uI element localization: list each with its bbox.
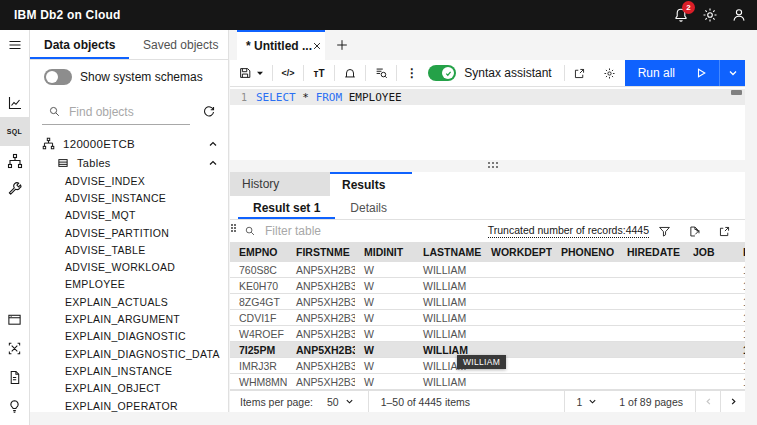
items-per-page-select[interactable]: 50 xyxy=(327,396,354,408)
table-row[interactable]: WHM8MN ANP5XH2B34 W WILLIAM 1 xyxy=(230,374,745,390)
validate-button[interactable] xyxy=(366,60,396,86)
export-button[interactable] xyxy=(679,220,709,242)
open-results-button[interactable] xyxy=(709,220,739,242)
panel-splitter[interactable] xyxy=(230,160,757,172)
idea-nav-button[interactable] xyxy=(0,392,29,421)
save-button[interactable] xyxy=(230,60,272,86)
table-row[interactable]: W4ROEF ANP5XH2B34 W WILLIAM 1 xyxy=(230,326,745,342)
table-name: EXPLAIN_DIAGNOSTIC xyxy=(65,330,186,342)
table-row[interactable]: 760S8C ANP5XH2B34 W WILLIAM 1 xyxy=(230,262,745,278)
show-system-schemas-toggle[interactable] xyxy=(44,69,72,85)
menu-button[interactable] xyxy=(0,30,29,59)
tab-results[interactable]: Results xyxy=(330,172,412,196)
column-header-clipped[interactable]: E xyxy=(734,246,745,258)
text-scale-button[interactable]: тT xyxy=(304,60,334,86)
add-tab-button[interactable] xyxy=(325,30,359,60)
cell-lastname: WILLIAM xyxy=(414,280,482,292)
table-name: EXPLAIN_OPERATOR xyxy=(65,400,178,412)
table-name: ADVISE_MQT xyxy=(65,209,136,221)
cell-midinit: W xyxy=(355,328,414,340)
tree-table-item[interactable]: ADVISE_MQT xyxy=(30,207,228,224)
cell-lastname: WILLIAM xyxy=(414,344,482,356)
column-header[interactable]: WORKDEPT xyxy=(482,246,552,258)
table-name: ADVISE_INSTANCE xyxy=(65,192,166,204)
previous-page-button[interactable] xyxy=(695,391,720,412)
format-code-button[interactable]: </> xyxy=(273,60,303,86)
run-options-button[interactable] xyxy=(719,60,745,86)
pagination-right: 1 1 of 89 pages xyxy=(564,391,745,412)
run-all-button[interactable]: Run all xyxy=(625,60,719,86)
tab-details[interactable]: Details xyxy=(335,196,402,219)
tree-table-item[interactable]: ADVISE_TABLE xyxy=(30,241,228,258)
panel-resize-handle[interactable] xyxy=(231,224,237,233)
next-page-button[interactable] xyxy=(720,391,745,412)
tree-table-item[interactable]: ADVISE_INSTANCE xyxy=(30,189,228,206)
document-icon xyxy=(7,370,22,385)
tab-result-set-1[interactable]: Result set 1 xyxy=(238,196,335,219)
table-name: EXPLAIN_ACTUALS xyxy=(65,296,168,308)
filter-button[interactable] xyxy=(649,220,679,242)
data-schema-nav-button[interactable] xyxy=(0,146,29,175)
editor-scrollbar-thumb[interactable] xyxy=(731,90,742,95)
caret-down-icon[interactable] xyxy=(256,69,264,77)
analytics-nav-button[interactable] xyxy=(0,88,29,117)
column-header[interactable]: HIREDATE xyxy=(618,246,684,258)
plus-icon xyxy=(335,38,349,52)
chevron-up-icon[interactable] xyxy=(208,139,218,149)
editor-toolbar: </> тT xyxy=(230,60,745,87)
tree-table-item[interactable]: EXPLAIN_DIAGNOSTIC xyxy=(30,328,228,345)
application-nav-button[interactable] xyxy=(0,305,29,334)
notifications-button[interactable]: 2 xyxy=(666,0,695,30)
tab-data-objects[interactable]: Data objects xyxy=(30,30,129,59)
tree-table-item[interactable]: EXPLAIN_ACTUALS xyxy=(30,293,228,310)
column-header[interactable]: LASTNAME xyxy=(414,246,482,258)
settings-button[interactable] xyxy=(595,60,625,86)
refresh-button[interactable] xyxy=(202,105,216,119)
sql-editor-nav-button[interactable]: SQL xyxy=(0,117,29,146)
tab-saved-objects[interactable]: Saved objects xyxy=(129,30,228,59)
tree-tables-row[interactable]: Tables xyxy=(30,153,228,172)
table-actions: Truncated number of records:4445 xyxy=(488,220,745,242)
tree-table-item[interactable]: ADVISE_PARTITION xyxy=(30,224,228,241)
open-in-new-button[interactable] xyxy=(565,60,595,86)
sql-keyword: SELECT xyxy=(256,91,296,104)
tree-table-item[interactable]: EXPLAIN_INSTANCE xyxy=(30,362,228,379)
table-row[interactable]: CDVI1F ANP5XH2B34 W WILLIAM 1 xyxy=(230,310,745,326)
tree-table-item[interactable]: ADVISE_WORKLOAD xyxy=(30,258,228,275)
syntax-assistant-toggle[interactable] xyxy=(428,65,456,81)
column-header[interactable]: PHONENO xyxy=(552,246,618,258)
sql-editor[interactable]: 1SELECT * FROM EMPLOYEE xyxy=(230,87,745,160)
close-icon[interactable] xyxy=(312,41,322,51)
editor-tab-untitled[interactable]: * Untitled ... xyxy=(237,30,325,60)
tree-table-item[interactable]: EXPLAIN_OBJECT xyxy=(30,380,228,397)
overflow-menu-button[interactable]: ⋮ xyxy=(397,60,427,86)
tree-table-item[interactable]: ADVISE_INDEX xyxy=(30,172,228,189)
table-row[interactable]: 8ZG4GT ANP5XH2B34 W WILLIAM 1 xyxy=(230,294,745,310)
page-select[interactable]: 1 xyxy=(564,391,608,412)
tree-table-item[interactable]: EXPLAIN_OPERATOR xyxy=(30,397,228,412)
tools-nav-button[interactable] xyxy=(0,175,29,204)
visual-explain-button[interactable] xyxy=(335,60,365,86)
workspace-icon xyxy=(7,341,22,356)
theme-button[interactable] xyxy=(695,0,724,30)
column-header[interactable]: JOB xyxy=(684,246,734,258)
user-profile-button[interactable] xyxy=(724,0,753,30)
column-header[interactable]: EMPNO xyxy=(230,246,287,258)
truncated-records-label: Truncated number of records:4445 xyxy=(488,224,649,238)
chevron-up-icon[interactable] xyxy=(208,158,218,168)
tree-table-item[interactable]: EMPLOYEE xyxy=(30,276,228,293)
table-row[interactable]: KE0H70 ANP5XH2B34 W WILLIAM 1 xyxy=(230,278,745,294)
filter-table-input[interactable] xyxy=(265,224,485,238)
find-objects-input[interactable] xyxy=(69,105,190,119)
tab-history[interactable]: History xyxy=(230,172,330,196)
document-nav-button[interactable] xyxy=(0,363,29,392)
column-header[interactable]: MIDINIT xyxy=(355,246,414,258)
code-icon: </> xyxy=(281,68,294,78)
column-header[interactable]: FIRSTNME xyxy=(287,246,355,258)
workspace-nav-button[interactable] xyxy=(0,334,29,363)
tree-table-item[interactable]: EXPLAIN_ARGUMENT xyxy=(30,310,228,327)
tree-schema-row[interactable]: 120000ETCB xyxy=(30,134,228,153)
wrench-icon xyxy=(7,182,23,198)
notification-badge: 2 xyxy=(682,1,695,14)
tree-table-item[interactable]: EXPLAIN_DIAGNOSTIC_DATA xyxy=(30,345,228,362)
